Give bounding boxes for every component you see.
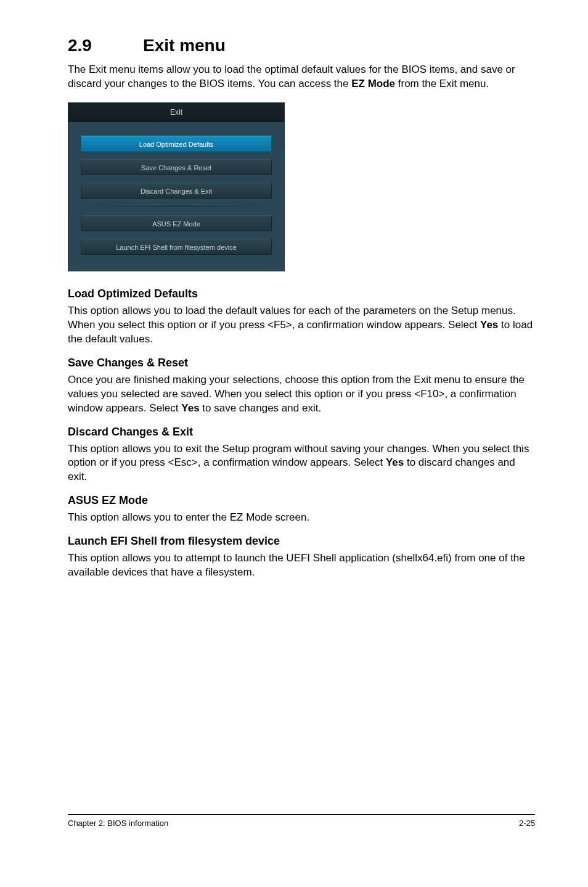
exit-menu-panel: Exit Load Optimized Defaults Save Change…: [68, 102, 285, 271]
section-number: 2.9: [68, 36, 143, 56]
footer-left: Chapter 2: BIOS information: [68, 819, 168, 828]
text: to save changes and exit.: [200, 402, 322, 414]
heading-discard-exit: Discard Changes & Exit: [68, 426, 535, 439]
section-heading: 2.9Exit menu: [68, 36, 535, 56]
page-footer: Chapter 2: BIOS information 2-25: [68, 814, 535, 828]
heading-load-defaults: Load Optimized Defaults: [68, 287, 535, 300]
footer-right: 2-25: [519, 819, 535, 828]
spacer: [68, 122, 284, 136]
save-changes-reset-button[interactable]: Save Changes & Reset: [81, 159, 272, 175]
heading-efi-shell: Launch EFI Shell from filesystem device: [68, 535, 535, 548]
intro-paragraph: The Exit menu items allow you to load th…: [68, 63, 535, 91]
heading-ez-mode: ASUS EZ Mode: [68, 494, 535, 507]
discard-changes-exit-button[interactable]: Discard Changes & Exit: [81, 183, 272, 199]
text-bold: Yes: [181, 402, 199, 414]
exit-menu-title: Exit: [68, 103, 284, 122]
document-page: 2.9Exit menu The Exit menu items allow y…: [0, 0, 588, 846]
asus-ez-mode-button[interactable]: ASUS EZ Mode: [81, 215, 272, 231]
paragraph-discard-exit: This option allows you to exit the Setup…: [68, 442, 535, 485]
section-title: Exit menu: [143, 36, 226, 55]
paragraph-save-reset: Once you are finished making your select…: [68, 373, 535, 416]
intro-text-post: from the Exit menu.: [395, 78, 489, 89]
paragraph-ez-mode: This option allows you to enter the EZ M…: [68, 511, 535, 525]
load-optimized-defaults-button[interactable]: Load Optimized Defaults: [81, 136, 272, 152]
text-bold: Yes: [480, 319, 498, 331]
intro-text-bold: EZ Mode: [351, 78, 395, 89]
paragraph-load-defaults: This option allows you to load the defau…: [68, 304, 535, 347]
divider: [68, 206, 284, 207]
text-bold: Yes: [386, 456, 404, 468]
paragraph-efi-shell: This option allows you to attempt to lau…: [68, 551, 535, 580]
launch-efi-shell-button[interactable]: Launch EFI Shell from filesystem device: [81, 239, 272, 255]
heading-save-reset: Save Changes & Reset: [68, 357, 535, 369]
text: This option allows you to load the defau…: [68, 305, 516, 331]
